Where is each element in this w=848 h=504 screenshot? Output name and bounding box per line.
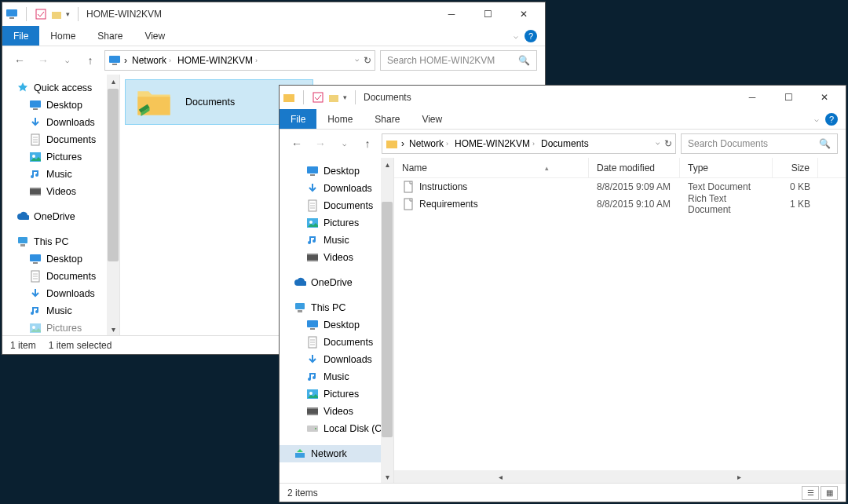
address-bar[interactable]: › Network› HOME-WIN2KVM› Documents ⌵ ↻: [382, 133, 676, 154]
scroll-down-icon[interactable]: ▾: [107, 323, 119, 335]
minimize-button[interactable]: ─: [433, 2, 470, 26]
qat-dropdown-icon[interactable]: ▾: [343, 93, 347, 101]
tab-share[interactable]: Share: [86, 26, 133, 46]
titlebar[interactable]: ▾ HOME-WIN2KVM ─ ☐ ✕: [2, 2, 545, 26]
nav-videos[interactable]: Videos: [280, 249, 393, 266]
minimize-button[interactable]: ─: [734, 86, 770, 109]
nav-downloads[interactable]: Downloads📌: [2, 114, 119, 131]
nav-local-disk[interactable]: Local Disk (C:): [280, 420, 393, 437]
navigation-pane: Desktop📌 Downloads📌 Documents📌 Pictures📌…: [280, 158, 394, 483]
recent-dropdown-icon[interactable]: ⌵: [334, 134, 353, 153]
nav-pictures-pc[interactable]: Pictures: [280, 385, 393, 403]
forward-button[interactable]: →: [34, 51, 53, 70]
scroll-right-icon[interactable]: ▸: [633, 470, 846, 483]
nav-music[interactable]: Music: [280, 232, 393, 249]
nav-network[interactable]: Network: [280, 445, 393, 462]
nav-quick-access[interactable]: Quick access: [2, 79, 119, 97]
close-button[interactable]: ✕: [506, 2, 542, 26]
nav-desktop-pc[interactable]: Desktop: [2, 250, 119, 268]
titlebar[interactable]: ▾ Documents ─ ☐ ✕: [280, 86, 846, 109]
qat-properties-icon[interactable]: [312, 91, 324, 104]
refresh-icon[interactable]: ↻: [364, 55, 371, 66]
help-icon[interactable]: ?: [825, 113, 838, 126]
nav-onedrive[interactable]: OneDrive: [2, 208, 119, 225]
nav-pictures[interactable]: Pictures📌: [280, 214, 393, 232]
nav-music-pc[interactable]: Music: [2, 302, 119, 320]
qat-newfolder-icon[interactable]: [50, 8, 63, 20]
view-large-button[interactable]: ▦: [821, 486, 838, 500]
breadcrumb-network[interactable]: Network›: [130, 55, 173, 66]
help-icon[interactable]: ?: [525, 30, 537, 42]
breadcrumb-network[interactable]: Network›: [408, 138, 450, 149]
scroll-up-icon[interactable]: ▴: [107, 75, 119, 87]
nav-documents-pc[interactable]: Documents: [2, 268, 119, 285]
col-type[interactable]: Type: [680, 158, 773, 177]
address-dropdown-icon[interactable]: ⌵: [656, 138, 660, 149]
maximize-button[interactable]: ☐: [470, 2, 506, 26]
nav-desktop[interactable]: Desktop📌: [280, 163, 393, 180]
address-bar[interactable]: › Network› HOME-WIN2KVM› ⌵ ↻: [104, 50, 375, 71]
nav-music[interactable]: Music: [2, 166, 119, 183]
tab-home[interactable]: Home: [316, 109, 364, 129]
nav-scrollbar[interactable]: ▴ ▾: [381, 158, 393, 483]
ribbon-expand-icon[interactable]: ⌵: [814, 115, 819, 123]
nav-downloads[interactable]: Downloads📌: [280, 180, 393, 197]
tab-share[interactable]: Share: [364, 109, 411, 129]
tab-file[interactable]: File: [280, 109, 316, 129]
col-name[interactable]: Name▴: [394, 158, 589, 177]
nav-downloads-pc[interactable]: Downloads: [2, 285, 119, 302]
tab-view[interactable]: View: [411, 109, 453, 129]
nav-pictures-pc[interactable]: Pictures: [2, 320, 119, 335]
nav-videos-pc[interactable]: Videos: [280, 403, 393, 420]
back-button[interactable]: ←: [10, 51, 29, 70]
scroll-left-icon[interactable]: ◂: [394, 470, 608, 483]
search-input[interactable]: Search HOME-WIN2KVM 🔍: [380, 50, 537, 71]
scroll-thumb[interactable]: [382, 202, 393, 437]
horizontal-scrollbar[interactable]: ◂ ▸: [394, 470, 846, 483]
tab-file[interactable]: File: [2, 26, 39, 46]
chevron-right-icon[interactable]: ›: [124, 55, 127, 66]
svg-rect-20: [313, 93, 323, 102]
breadcrumb-documents[interactable]: Documents: [539, 138, 590, 149]
nav-onedrive[interactable]: OneDrive: [280, 274, 393, 291]
nav-documents-pc[interactable]: Documents: [280, 334, 393, 351]
file-row[interactable]: Requirements 8/8/2015 9:10 AM Rich Text …: [394, 195, 846, 213]
scroll-up-icon[interactable]: ▴: [381, 158, 393, 170]
nav-videos[interactable]: Videos: [2, 183, 119, 200]
scroll-down-icon[interactable]: ▾: [381, 470, 393, 483]
nav-documents[interactable]: Documents📌: [280, 197, 393, 214]
up-button[interactable]: ↑: [358, 134, 377, 153]
qat-dropdown-icon[interactable]: ▾: [66, 10, 70, 18]
nav-this-pc[interactable]: This PC: [280, 299, 393, 316]
tab-home[interactable]: Home: [39, 26, 86, 46]
breadcrumb-host[interactable]: HOME-WIN2KVM›: [453, 138, 536, 149]
file-row[interactable]: Instructions 8/8/2015 9:09 AM Text Docum…: [394, 178, 846, 195]
forward-button[interactable]: →: [311, 134, 330, 153]
search-input[interactable]: Search Documents 🔍: [681, 133, 838, 154]
nav-documents[interactable]: Documents📌: [2, 131, 119, 148]
qat-properties-icon[interactable]: [35, 8, 47, 20]
nav-desktop-pc[interactable]: Desktop: [280, 316, 393, 334]
breadcrumb-host[interactable]: HOME-WIN2KVM›: [176, 55, 259, 66]
scroll-thumb[interactable]: [108, 89, 119, 261]
address-dropdown-icon[interactable]: ⌵: [355, 55, 359, 66]
recent-dropdown-icon[interactable]: ⌵: [57, 51, 76, 70]
nav-pictures[interactable]: Pictures📌: [2, 148, 119, 166]
tab-view[interactable]: View: [133, 26, 176, 46]
nav-this-pc[interactable]: This PC: [2, 233, 119, 250]
col-size[interactable]: Size: [773, 158, 818, 177]
refresh-icon[interactable]: ↻: [664, 138, 672, 149]
nav-downloads-pc[interactable]: Downloads: [280, 351, 393, 368]
up-button[interactable]: ↑: [81, 51, 100, 70]
nav-desktop[interactable]: Desktop📌: [2, 97, 119, 114]
close-button[interactable]: ✕: [806, 86, 843, 109]
view-details-button[interactable]: ☰: [802, 486, 819, 500]
nav-scrollbar[interactable]: ▴ ▾: [107, 75, 119, 335]
back-button[interactable]: ←: [287, 134, 306, 153]
maximize-button[interactable]: ☐: [770, 86, 806, 109]
ribbon-expand-icon[interactable]: ⌵: [514, 31, 518, 40]
nav-music-pc[interactable]: Music: [280, 368, 393, 385]
col-date[interactable]: Date modified: [589, 158, 680, 177]
chevron-right-icon[interactable]: ›: [401, 138, 404, 149]
qat-newfolder-icon[interactable]: [327, 91, 340, 104]
